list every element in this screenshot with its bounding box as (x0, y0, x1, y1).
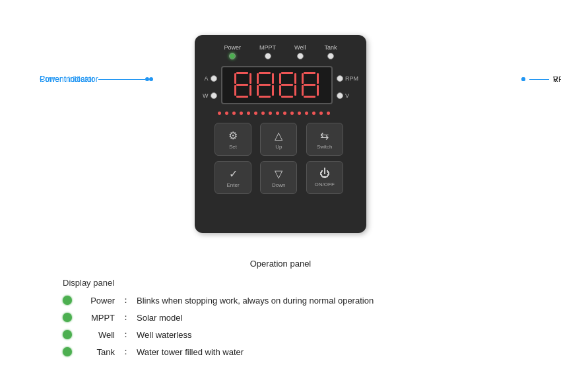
panel-title: Operation panel (250, 259, 312, 269)
top-leds-row: Power MPPT Well Tank (224, 44, 337, 59)
power-desc: Blinks when stopping work, always on dur… (137, 296, 374, 306)
power-name: Power (79, 296, 115, 306)
led-well: Well (294, 44, 306, 59)
a-label: A (204, 75, 208, 82)
seven-seg-display (234, 72, 319, 98)
indicator-row-power: Power ： Blinks when stopping work, alway… (63, 294, 538, 306)
indicator-row-well: Well ： Well waterless (63, 329, 538, 341)
mppt-desc: Solar model (137, 313, 182, 323)
onoff-button[interactable]: ⏻ ON/OFF (306, 161, 343, 194)
well-name: Well (79, 330, 115, 340)
indicator-row-mppt: MPPT ： Solar model (63, 311, 538, 323)
button-grid: ⚙ Set △ Up ⇆ Switch ✓ Enter ▽ Down (214, 123, 346, 194)
page: Current indicator Power indicator RPM Sp… (0, 0, 561, 392)
power-indicator-label: Power indicator (40, 75, 149, 84)
display-screen (221, 66, 333, 104)
dot-row (211, 108, 350, 117)
indicator-row-tank: Tank ： Water tower filled with water (63, 346, 538, 358)
down-button[interactable]: ▽ Down (260, 161, 297, 194)
switch-button[interactable]: ⇆ Switch (306, 123, 343, 156)
enter-button[interactable]: ✓ Enter (214, 161, 251, 194)
tank-dot (63, 347, 72, 356)
operation-panel: Power MPPT Well Tank (195, 35, 366, 233)
display-panel-title: Display panel (63, 278, 538, 288)
led-tank: Tank (324, 44, 337, 59)
tank-name: Tank (79, 347, 115, 357)
mppt-name: MPPT (79, 313, 115, 323)
display-panel-section: Display panel Power ： Blinks when stoppi… (23, 278, 538, 363)
set-button[interactable]: ⚙ Set (214, 123, 251, 156)
w-label: W (203, 92, 209, 99)
v-label: V (345, 92, 349, 99)
tank-desc: Water tower filled with water (137, 347, 244, 357)
led-power: Power (224, 44, 242, 59)
voltage-indicator-label: V Voltage indicator (521, 75, 561, 84)
well-dot (63, 330, 72, 339)
mppt-dot (63, 313, 72, 322)
power-dot (63, 296, 72, 305)
well-desc: Well waterless (137, 330, 192, 340)
led-mppt: MPPT (259, 44, 276, 59)
diagram-area: Current indicator Power indicator RPM Sp… (0, 12, 561, 256)
up-button[interactable]: △ Up (260, 123, 297, 156)
rpm-label: RPM (345, 75, 358, 82)
